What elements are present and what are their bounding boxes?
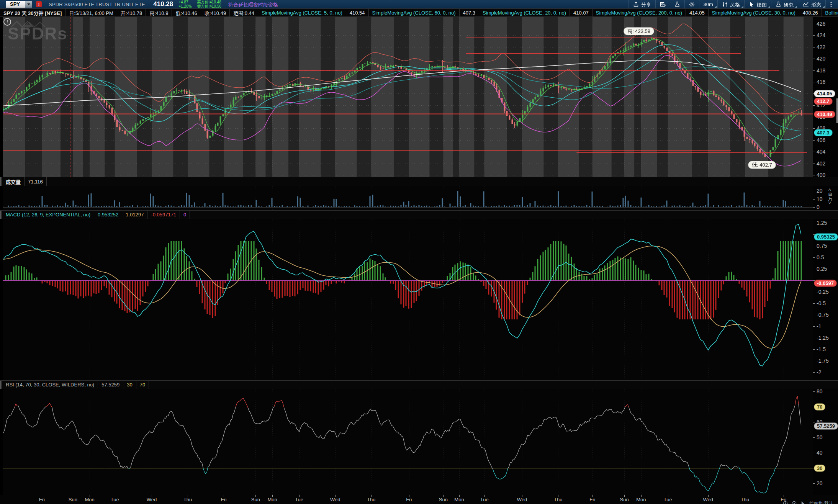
study-label[interactable]: 成交量 (2, 177, 25, 186)
time-label: Mon (636, 497, 646, 502)
study-label[interactable]: SimpleMovingAvg (CLOSE, 200, 0, no) (592, 9, 686, 16)
calendar-button[interactable] (655, 0, 670, 8)
axis-scroll-thumb[interactable] (836, 98, 838, 123)
info-segment: 范围:0.44 (230, 9, 258, 16)
study-label[interactable]: SimpleMovingAvg (CLOSE, 30, 0, no) (709, 9, 799, 16)
share-button[interactable]: 分享 (628, 0, 655, 8)
pattern-icon (802, 2, 809, 7)
macd-chart-canvas[interactable] (3, 219, 813, 380)
time-label: Tue (111, 497, 119, 502)
time-axis[interactable]: FriSunMonTueWedThuFriSunMonTueWedThuFriS… (0, 495, 838, 504)
watermark: SPDRs (8, 25, 68, 42)
study-label[interactable]: SimpleMovingAvg (CLOSE, 5, 0, no) (258, 9, 346, 16)
axis-tick (813, 315, 815, 315)
time-label: Wed (703, 497, 714, 502)
volume-axis[interactable]: 20100 (813, 186, 838, 210)
axis-tick (813, 59, 815, 59)
more-button[interactable] (825, 0, 836, 8)
study-label[interactable]: SimpleMovingAvg (CLOSE, 60, 0, no) (369, 9, 460, 16)
clock-icon[interactable] (783, 501, 788, 504)
draw-label: 绘图 (757, 1, 767, 8)
info-segment: 414.05 (686, 9, 709, 16)
symbol-dropdown-arrow[interactable] (25, 1, 32, 8)
info-segment: 0 (180, 211, 190, 219)
axis-tick-label: -2 (817, 369, 821, 375)
studies-button[interactable]: 研究 (771, 0, 798, 8)
price-chart-canvas[interactable] (3, 17, 813, 177)
info-segment: 410.07 (570, 9, 592, 16)
info-segment: 407.3 (460, 9, 480, 16)
study-label[interactable]: RSI (14, 70, 30, CLOSE, WILDERS, no) (2, 381, 98, 389)
change-stack: +4.87 +1.20% (178, 0, 191, 8)
axis-tick-label: 422 (817, 44, 825, 50)
volume-chart-canvas[interactable] (3, 186, 813, 210)
change-value: +4.87 (178, 0, 191, 4)
high-label: 高: 423.59 (624, 27, 654, 35)
info-segment: 收:410.49 (201, 9, 230, 16)
info-segment: 低:410.46 (172, 9, 201, 16)
axis-tick (813, 269, 815, 269)
axis-tick (813, 349, 815, 350)
axis-tick-label: 424 (817, 32, 825, 38)
info-segment: 日:5/13/21, 6:00 PM (65, 9, 117, 16)
rsi-axis[interactable]: 807060504030207057.525930 (813, 389, 838, 495)
bid-price: 买方价:410.48 (197, 0, 221, 4)
info-segment: 30 (123, 381, 136, 389)
axis-value-bubble: 412.7 (814, 98, 833, 105)
time-label: Thu (183, 497, 192, 502)
info-segment: 71,116 (25, 177, 47, 186)
timeframe-button[interactable]: 30m (699, 0, 717, 8)
axis-tick-label: 0.5 (817, 254, 824, 260)
drawing-set-label[interactable]: 绘图集:默认 (809, 500, 833, 504)
draw-button[interactable]: 绘图 (744, 0, 771, 8)
axis-tick (813, 422, 815, 422)
symbol-cluster: SPY ! SPDR S&P500 ETF TRUST TR UNIT ETF … (0, 0, 278, 8)
axis-value-bubble: 30 (814, 465, 825, 472)
axis-value-bubble: 414.05 (814, 90, 835, 97)
info-segment: 开:410.78 (117, 9, 146, 16)
patterns-button[interactable]: 形态 (798, 0, 825, 8)
settings-button[interactable] (684, 0, 699, 8)
axis-tick (813, 361, 815, 361)
style-button[interactable]: 风格 (717, 0, 744, 8)
time-label: Mon (85, 497, 94, 502)
axis-tick-label: 420 (817, 56, 825, 62)
change-percent: +1.20% (178, 4, 191, 8)
gear-icon (689, 2, 695, 7)
info-segment: -0.0597171 (147, 211, 180, 219)
axis-tick (813, 303, 815, 304)
axis-value-bubble: 57.5259 (814, 422, 838, 430)
symbol-select[interactable]: SPY (6, 1, 32, 8)
macd-axis[interactable]: 1.250.750.50.25-0.25-0.5-0.75-1-1.25-1.5… (813, 219, 838, 380)
volume-unit-label: <百万> (827, 188, 833, 205)
axis-tick (813, 246, 815, 246)
axis-tick (813, 437, 815, 438)
rsi-chart-canvas[interactable] (3, 389, 813, 495)
axis-tick-label: 10 (817, 196, 823, 202)
axis-tick-label: 50 (817, 434, 823, 440)
share-label: 分享 (641, 1, 651, 8)
pointer-icon[interactable] (800, 501, 805, 504)
study-label[interactable]: MACD (12, 26, 9, EXPONENTIAL, no) (2, 211, 94, 219)
axis-tick (813, 191, 815, 191)
time-label: Wed (517, 497, 527, 502)
patterns-label: 形态 (811, 1, 821, 8)
info-segment: 408.26 (799, 9, 822, 16)
axis-tick (813, 391, 815, 392)
price-axis[interactable]: 4264244224204184164144124104084064044024… (813, 17, 838, 177)
cursor-icon (749, 2, 755, 7)
drawing-set-bar[interactable]: 绘图集:默认 (783, 500, 833, 504)
study-label[interactable]: SimpleMovingAvg (CLOSE, 20, 0, no) (479, 9, 570, 16)
axis-tick-label: 20 (817, 188, 823, 194)
time-label: Fri (221, 497, 227, 502)
axis-tick (813, 70, 815, 71)
quick-study-button[interactable] (670, 0, 684, 8)
symbol-value[interactable]: SPY (6, 1, 25, 8)
target-icon[interactable] (792, 501, 797, 504)
info-icon[interactable]: ! (3, 18, 11, 26)
study-label[interactable]: BollingerBands (CLOSE, 0, 20, -2.0, 2.0,… (822, 9, 838, 16)
axis-value-bubble: 407.3 (814, 129, 833, 136)
alert-badge-icon[interactable]: ! (36, 1, 42, 7)
news-icon (660, 2, 666, 7)
time-label: Wed (330, 497, 340, 502)
